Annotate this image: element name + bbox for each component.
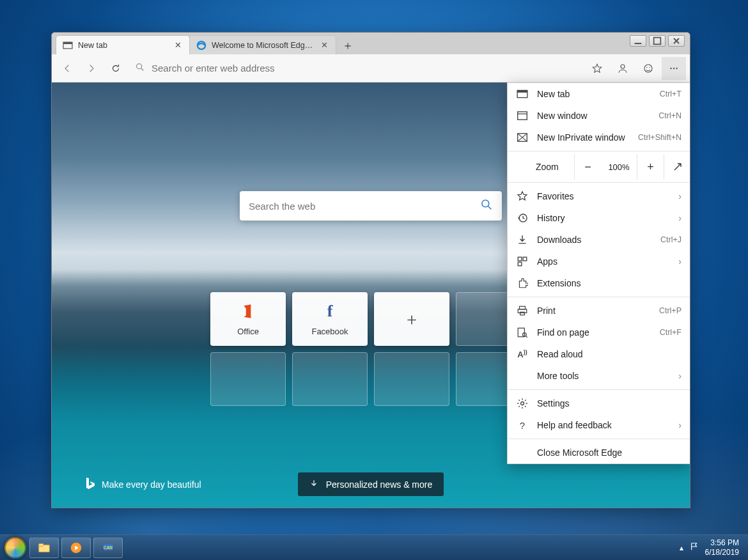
taskbar: CAN ▴ 3:56 PM 6/18/2019	[0, 534, 748, 560]
svg-text:CAN: CAN	[104, 545, 113, 549]
new-tab-button[interactable]: ＋	[339, 36, 357, 54]
arrow-down-icon	[309, 479, 318, 490]
menu-more-tools[interactable]: More tools ›	[508, 365, 690, 387]
svg-point-15	[676, 67, 677, 68]
taskbar-media-player[interactable]	[61, 538, 91, 558]
menu-extensions[interactable]: Extensions	[508, 272, 690, 294]
search-icon	[135, 62, 145, 75]
menu-new-inprivate[interactable]: New InPrivate window Ctrl+Shift+N	[508, 127, 690, 148]
tray-chevron-icon[interactable]: ▴	[680, 543, 683, 552]
taskbar-edge-canary[interactable]: CAN	[93, 538, 123, 558]
bing-icon	[84, 476, 95, 492]
browser-window: New tab ✕ Welcome to Microsoft Edge Can …	[51, 32, 690, 508]
svg-rect-26	[518, 262, 522, 266]
menu-apps[interactable]: Apps ›	[508, 251, 690, 272]
gear-icon	[517, 398, 528, 409]
menu-favorites[interactable]: Favorites ›	[508, 185, 690, 207]
menu-new-window[interactable]: New window Ctrl+N	[508, 105, 690, 127]
menu-print[interactable]: Print Ctrl+P	[508, 300, 690, 322]
svg-point-13	[670, 67, 671, 68]
newtab-icon	[63, 40, 73, 51]
settings-menu-button[interactable]	[662, 57, 686, 80]
minimize-button[interactable]	[630, 35, 646, 47]
office-icon	[239, 302, 257, 320]
tile-office[interactable]: Office	[210, 292, 286, 346]
tab-new-tab[interactable]: New tab ✕	[56, 35, 190, 54]
address-bar[interactable]	[129, 58, 584, 79]
zoom-out-button[interactable]: −	[574, 154, 601, 180]
zoom-in-button[interactable]: +	[637, 154, 664, 180]
menu-help[interactable]: ? Help and feedback ›	[508, 414, 690, 436]
tile-facebook[interactable]: f Facebook	[292, 292, 368, 346]
tab-welcome[interactable]: Welcome to Microsoft Edge Can ✕	[189, 35, 336, 54]
tab-title: New tab	[78, 41, 168, 50]
taskbar-clock[interactable]: 3:56 PM 6/18/2019	[705, 538, 739, 557]
plus-icon: ＋	[403, 310, 421, 328]
clock-time: 3:56 PM	[705, 538, 739, 547]
svg-point-9	[621, 65, 625, 68]
forward-button[interactable]	[80, 57, 103, 80]
tile-add[interactable]: ＋	[374, 292, 449, 346]
zoom-value: 100%	[601, 162, 637, 172]
svg-point-11	[646, 66, 648, 68]
svg-rect-1	[63, 42, 72, 44]
settings-menu: New tab Ctrl+T New window Ctrl+N New InP…	[507, 82, 690, 464]
history-icon	[517, 212, 528, 224]
maximize-button[interactable]	[649, 35, 666, 47]
tile-empty[interactable]	[292, 352, 368, 406]
menu-zoom-row: Zoom − 100% +	[508, 154, 690, 180]
tab-title: Welcome to Microsoft Edge Can	[212, 41, 314, 50]
refresh-button[interactable]	[104, 57, 127, 80]
personalized-news-button[interactable]: Personalized news & more	[298, 472, 444, 496]
web-search-input[interactable]	[249, 201, 480, 212]
tab-strip: New tab ✕ Welcome to Microsoft Edge Can …	[52, 33, 690, 54]
find-icon	[517, 327, 528, 338]
favorite-star-button[interactable]	[585, 57, 609, 80]
menu-history[interactable]: History ›	[508, 207, 690, 229]
facebook-icon: f	[321, 302, 339, 320]
tile-empty[interactable]	[210, 352, 286, 406]
fullscreen-button[interactable]	[664, 154, 690, 180]
close-window-button[interactable]	[668, 35, 685, 47]
menu-new-tab[interactable]: New tab Ctrl+T	[508, 83, 690, 105]
svg-rect-19	[517, 90, 527, 92]
start-button[interactable]	[3, 535, 28, 561]
tray-flag-icon[interactable]	[690, 542, 699, 553]
desktop-background: New tab ✕ Welcome to Microsoft Edge Can …	[0, 0, 748, 560]
menu-find[interactable]: Find on page Ctrl+F	[508, 322, 690, 343]
chevron-right-icon: ›	[678, 256, 682, 267]
close-icon[interactable]: ✕	[319, 40, 329, 51]
svg-rect-25	[523, 257, 527, 261]
web-search-box[interactable]	[240, 191, 502, 221]
svg-point-2	[198, 41, 205, 49]
svg-point-7	[137, 63, 142, 68]
download-icon	[517, 234, 528, 245]
windows-logo-icon	[4, 537, 26, 559]
close-icon[interactable]: ✕	[173, 40, 183, 51]
toolbar	[52, 54, 690, 82]
search-icon[interactable]	[480, 198, 493, 214]
tile-label: Facebook	[311, 327, 348, 336]
svg-point-12	[650, 66, 651, 68]
read-aloud-icon: A))	[517, 348, 528, 360]
svg-line-32	[526, 336, 527, 338]
new-tab-footer: Make every day beautiful Personalized ne…	[52, 472, 690, 496]
back-button[interactable]	[56, 57, 79, 80]
apps-icon	[517, 256, 528, 267]
window-icon	[517, 110, 528, 121]
menu-read-aloud[interactable]: A)) Read aloud	[508, 343, 690, 365]
menu-settings[interactable]: Settings	[508, 393, 690, 414]
address-input[interactable]	[152, 63, 577, 74]
system-tray: ▴ 3:56 PM 6/18/2019	[680, 538, 745, 557]
profile-button[interactable]	[611, 57, 635, 80]
chevron-right-icon: ›	[678, 371, 682, 381]
tile-label: Office	[237, 327, 259, 336]
menu-close-edge[interactable]: Close Microsoft Edge	[508, 442, 690, 463]
menu-downloads[interactable]: Downloads Ctrl+J	[508, 229, 690, 251]
svg-line-17	[488, 206, 492, 210]
taskbar-explorer[interactable]	[29, 538, 59, 558]
svg-rect-4	[654, 38, 661, 45]
feedback-smiley-button[interactable]	[636, 57, 660, 80]
print-icon	[517, 305, 528, 316]
tile-empty[interactable]	[374, 352, 449, 406]
